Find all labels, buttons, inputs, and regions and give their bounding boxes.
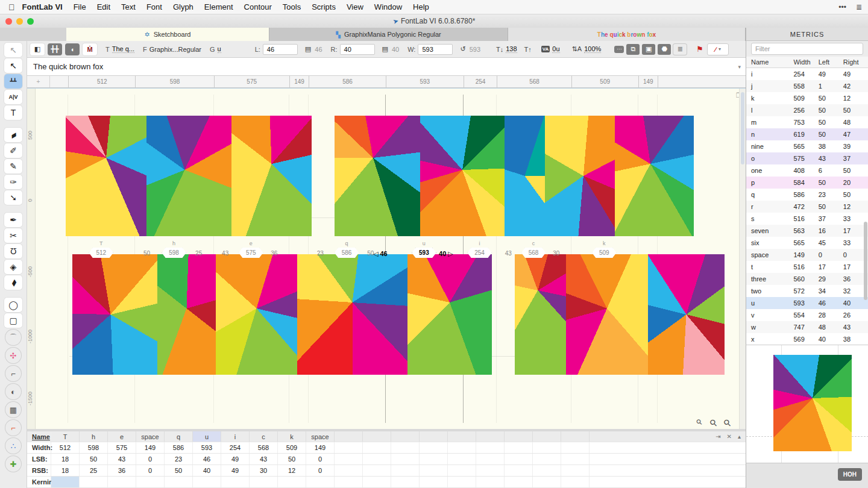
rsb-value[interactable]: 25 xyxy=(195,250,202,257)
master-button[interactable]: Ṁ xyxy=(83,43,97,55)
bottom-cell[interactable]: 0 xyxy=(306,454,335,465)
bottom-cell[interactable]: 36 xyxy=(108,465,136,476)
bottom-cell[interactable]: 593 xyxy=(193,442,221,453)
tab-text-preview[interactable]: The quick brown fox xyxy=(508,28,746,41)
flag-icon[interactable]: ⚑ xyxy=(696,45,703,54)
metrics-row-space[interactable]: space14900 xyxy=(746,249,868,261)
bottom-cell[interactable]: 49 xyxy=(221,465,250,476)
bottom-cell[interactable]: 149 xyxy=(306,442,335,453)
bottom-cell[interactable]: 43 xyxy=(108,454,136,465)
glyph-w[interactable]: w xyxy=(297,254,407,375)
measure-tool[interactable]: ▰ xyxy=(4,275,22,290)
metrics-row-n[interactable]: n6195047 xyxy=(746,128,868,140)
bottom-cell[interactable] xyxy=(193,477,221,487)
magnet-tool[interactable]: Ω xyxy=(4,244,22,258)
glyph-width-badge[interactable]: 568 xyxy=(521,248,546,258)
metrics-row-x[interactable]: x5694038 xyxy=(746,333,868,345)
zoom-in-icon[interactable]: ⚲ xyxy=(707,417,720,430)
metrics-row-seven[interactable]: seven5631617 xyxy=(746,225,868,237)
bottom-cell[interactable] xyxy=(108,477,136,487)
bottom-cell[interactable]: 509 xyxy=(278,442,306,453)
lsb-value[interactable]: 43 xyxy=(505,250,512,257)
glyph-i[interactable]: i xyxy=(505,116,545,236)
canvas-scrollbar[interactable] xyxy=(739,89,746,430)
lsb-value[interactable]: 50 xyxy=(143,250,150,257)
bottom-col-i-6[interactable]: i xyxy=(221,431,250,442)
bottom-cell[interactable]: 46 xyxy=(193,454,221,465)
zoom-marquee-icon[interactable]: ⚲ xyxy=(721,417,734,430)
close-panel-icon[interactable]: ✕ xyxy=(727,433,732,440)
column-header-left[interactable]: Left xyxy=(819,58,843,66)
bottom-cell[interactable]: 12 xyxy=(278,465,306,476)
bottom-cell[interactable] xyxy=(278,477,306,487)
linegap-up-icon[interactable]: T↑ xyxy=(524,46,532,53)
brush-tool[interactable]: ✐ xyxy=(4,143,22,158)
bottom-cell[interactable] xyxy=(51,477,80,487)
glyph-n[interactable]: n xyxy=(407,254,492,375)
options-button[interactable]: ⋯ xyxy=(614,46,624,53)
panel-toggle-button[interactable]: ◧ xyxy=(30,43,45,55)
glyph-width-badge[interactable]: 509 xyxy=(592,248,617,258)
bottom-col-u-5[interactable]: u xyxy=(193,431,221,442)
column-header-width[interactable]: Width xyxy=(793,58,818,66)
bottom-cell[interactable]: 586 xyxy=(165,442,193,453)
glyph-b[interactable]: b xyxy=(72,254,157,375)
metrics-row-k[interactable]: k5095012 xyxy=(746,92,868,104)
contour-tool[interactable]: ↖ xyxy=(4,58,22,73)
metrics-row-six[interactable]: six5654533 xyxy=(746,237,868,249)
metrics-table-header[interactable]: NameWidthLeftRight xyxy=(746,57,868,68)
bottom-cell[interactable]: 512 xyxy=(51,442,80,453)
metrics-row-o[interactable]: o5754337 xyxy=(746,152,868,164)
linegap-value[interactable]: 138 xyxy=(506,45,517,53)
zoom-value[interactable]: 100% xyxy=(584,45,601,53)
kerning-tool[interactable]: A|V xyxy=(4,90,22,104)
ellipse-tool[interactable]: ◯ xyxy=(4,298,22,312)
menu-scripts[interactable]: Scripts xyxy=(312,2,336,11)
apple-menu-icon[interactable]:  xyxy=(8,2,15,12)
bottom-cell[interactable]: 0 xyxy=(306,465,335,476)
glyph-T[interactable]: T xyxy=(66,116,146,236)
menu-text[interactable]: Text xyxy=(121,2,136,11)
bottom-cell[interactable] xyxy=(80,477,108,487)
collapse-icon[interactable]: ▴ xyxy=(738,433,741,440)
zoom-out-icon[interactable]: ⚲ xyxy=(694,418,706,429)
more-icon[interactable]: ••• xyxy=(838,3,846,11)
sidebearing-view-button[interactable]: ◖ xyxy=(65,43,80,55)
angle-tool[interactable]: ⌐ xyxy=(5,420,21,436)
menu-font[interactable]: Font xyxy=(146,2,162,11)
glyph-field[interactable]: u xyxy=(218,45,221,53)
metrics-row-t[interactable]: t5161717 xyxy=(746,261,868,273)
bottom-cell[interactable]: 575 xyxy=(108,442,136,453)
smooth-tool[interactable]: ◐ xyxy=(5,384,21,399)
bottom-cell[interactable]: 50 xyxy=(165,465,193,476)
color-flag-swatch[interactable]: ∕▾ xyxy=(707,43,729,55)
glyph-o[interactable]: o xyxy=(566,254,647,375)
linegap-down-icon[interactable]: T↓ xyxy=(496,46,503,53)
glyph-width-badge[interactable]: 598 xyxy=(162,248,186,258)
bottom-col-h-1[interactable]: h xyxy=(80,431,108,442)
scissors-tool[interactable]: ✂ xyxy=(4,228,22,243)
text-tool[interactable]: T xyxy=(4,105,22,120)
glyph-c[interactable]: c xyxy=(545,116,615,236)
metrics-row-v[interactable]: v5542826 xyxy=(746,309,868,321)
metrics-row-p[interactable]: p5845020 xyxy=(746,177,868,189)
lsb-value[interactable]: 23 xyxy=(317,250,324,257)
glyph-width-badge[interactable]: 593 xyxy=(412,248,436,258)
bottom-cell[interactable]: 598 xyxy=(80,442,108,453)
rsb-value[interactable]: 40 ▷ xyxy=(439,250,453,258)
menu-view[interactable]: View xyxy=(347,2,363,11)
arc-tool[interactable]: ⌒ xyxy=(5,330,21,345)
text-field[interactable]: The q... xyxy=(112,45,134,53)
tunni-tool[interactable]: ✣ xyxy=(5,348,21,363)
bottom-cell[interactable]: 30 xyxy=(250,465,278,476)
glyph-width-badge[interactable]: 254 xyxy=(467,248,492,258)
rsb-value[interactable]: 30 xyxy=(553,250,559,257)
menu-edit[interactable]: Edit xyxy=(97,2,110,11)
glyph-h[interactable]: h xyxy=(146,116,231,236)
lsb-input[interactable]: 46 xyxy=(263,44,298,55)
glyph-e[interactable]: e xyxy=(231,116,312,236)
metrics-row-two[interactable]: two5723432 xyxy=(746,285,868,297)
metrics-mode-button[interactable]: ╋╋ xyxy=(48,43,62,55)
notification-list-icon[interactable]: ≣ xyxy=(856,3,862,11)
bottom-cell[interactable]: 0 xyxy=(136,454,165,465)
